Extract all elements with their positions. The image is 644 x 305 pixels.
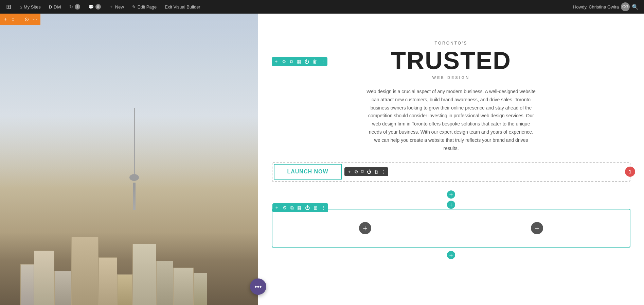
heading-sub: TORONTO'S bbox=[272, 41, 630, 46]
bmt-move-icon[interactable]: ＋ bbox=[274, 205, 279, 211]
comments-count: 0 bbox=[95, 4, 101, 10]
plus-icon: ＋ bbox=[109, 4, 113, 10]
button-module-toolbar: ＋ ⚙ ⧉ ⏻ 🗑 ⋮ bbox=[344, 167, 388, 176]
fab-dots-icon: ••• bbox=[254, 283, 262, 291]
number-badge: 1 bbox=[625, 167, 635, 177]
vb-more-icon[interactable]: ⋯ bbox=[32, 16, 38, 22]
add-section-button-mid[interactable]: ＋ bbox=[447, 201, 455, 209]
my-sites-menu[interactable]: ⌂ My Sites bbox=[16, 0, 44, 14]
user-avatar[interactable]: CG bbox=[621, 2, 630, 11]
launch-now-button[interactable]: Launch Now bbox=[274, 164, 342, 180]
comments-menu[interactable]: 💬 0 bbox=[85, 0, 104, 14]
heading-sub2: WEB DESIGN bbox=[272, 75, 630, 80]
right-panel: ＋ ⚙ ⧉ ▦ ⏻ 🗑 ⋮ TORONTO'S TRUSTED WEB DESI… bbox=[258, 14, 644, 305]
bmt-delete-icon[interactable]: 🗑 bbox=[313, 205, 318, 210]
house-icon: ⌂ bbox=[19, 4, 22, 10]
buildings bbox=[0, 210, 258, 305]
user-greeting: Howdy, Christina Gwira CG 🔍 bbox=[573, 2, 641, 11]
divi-menu[interactable]: D Divi bbox=[46, 0, 65, 14]
button-row: Launch Now ＋ ⚙ ⧉ ⏻ 🗑 ⋮ 1 bbox=[272, 162, 630, 182]
search-icon[interactable]: 🔍 bbox=[632, 4, 639, 10]
fab-button[interactable]: ••• bbox=[250, 278, 266, 295]
bmt-grid-icon[interactable]: ▦ bbox=[297, 205, 302, 210]
btn-toolbar-power-icon[interactable]: ⏻ bbox=[367, 169, 371, 174]
new-menu[interactable]: ＋ New bbox=[106, 0, 127, 14]
updates-count: 1 bbox=[75, 4, 80, 10]
vb-move-icon[interactable]: ＋ bbox=[3, 16, 8, 23]
bottom-module-toolbar: ＋ ⚙ ⧉ ▦ ⏻ 🗑 ⋮ bbox=[272, 203, 328, 212]
heading-main: TRUSTED bbox=[272, 48, 630, 73]
visual-builder-toolbar: ＋ ↕ □ ⊙ ⋯ bbox=[0, 14, 40, 25]
vb-circle-icon[interactable]: ⊙ bbox=[24, 16, 29, 22]
btn-toolbar-delete-icon[interactable]: 🗑 bbox=[374, 169, 378, 174]
wp-logo[interactable]: ⊞ bbox=[3, 0, 15, 14]
bottom-module-inner: ＋ ＋ bbox=[279, 216, 623, 240]
add-section-button-bottom[interactable]: ＋ bbox=[447, 251, 455, 259]
bmt-power-icon[interactable]: ⏻ bbox=[305, 205, 310, 210]
bmt-copy-icon[interactable]: ⧉ bbox=[290, 205, 294, 211]
heading-block: TORONTO'S TRUSTED WEB DESIGN bbox=[272, 34, 630, 80]
vb-arrow-icon[interactable]: ↕ bbox=[12, 16, 14, 22]
main-content: ＋ ⚙ ⧉ ▦ ⏻ 🗑 ⋮ TORONTO'S TRUSTED WEB DESI… bbox=[0, 14, 644, 305]
btn-toolbar-copy-icon[interactable]: ⧉ bbox=[361, 169, 364, 174]
add-row-area: ＋ bbox=[272, 188, 630, 201]
exit-vb-button[interactable]: Exit Visual Builder bbox=[161, 0, 204, 14]
btn-toolbar-settings-icon[interactable]: ⚙ bbox=[354, 169, 358, 174]
vb-layout-icon[interactable]: □ bbox=[18, 16, 21, 22]
city-image bbox=[0, 14, 258, 305]
add-column-right-button[interactable]: ＋ bbox=[531, 222, 543, 234]
wp-icon: ⊞ bbox=[6, 3, 11, 11]
admin-bar: ⊞ ⌂ My Sites D Divi ↻ 1 💬 0 ＋ New ✎ Edit… bbox=[0, 0, 644, 14]
btn-toolbar-move-icon[interactable]: ＋ bbox=[347, 169, 352, 175]
btn-toolbar-more-icon[interactable]: ⋮ bbox=[381, 169, 386, 174]
pencil-icon: ✎ bbox=[132, 4, 136, 10]
bmt-settings-icon[interactable]: ⚙ bbox=[283, 205, 287, 210]
add-section-button-top[interactable]: ＋ bbox=[447, 190, 455, 199]
bmt-more-icon[interactable]: ⋮ bbox=[321, 205, 326, 210]
edit-page-button[interactable]: ✎ Edit Page bbox=[129, 0, 160, 14]
updates-icon: ↻ bbox=[69, 4, 73, 10]
add-row-area-bottom: ＋ bbox=[272, 249, 630, 261]
left-panel bbox=[0, 14, 258, 305]
body-text: Web design is a crucial aspect of any mo… bbox=[366, 88, 536, 152]
bottom-module: ＋ ⚙ ⧉ ▦ ⏻ 🗑 ⋮ ＋ ＋ bbox=[272, 209, 630, 248]
add-column-left-button[interactable]: ＋ bbox=[359, 222, 371, 234]
updates-menu[interactable]: ↻ 1 bbox=[66, 0, 84, 14]
comments-icon: 💬 bbox=[88, 4, 94, 10]
divi-icon: D bbox=[49, 4, 52, 10]
cn-tower bbox=[129, 108, 139, 210]
right-inner: ＋ ⚙ ⧉ ▦ ⏻ 🗑 ⋮ TORONTO'S TRUSTED WEB DESI… bbox=[272, 34, 630, 261]
